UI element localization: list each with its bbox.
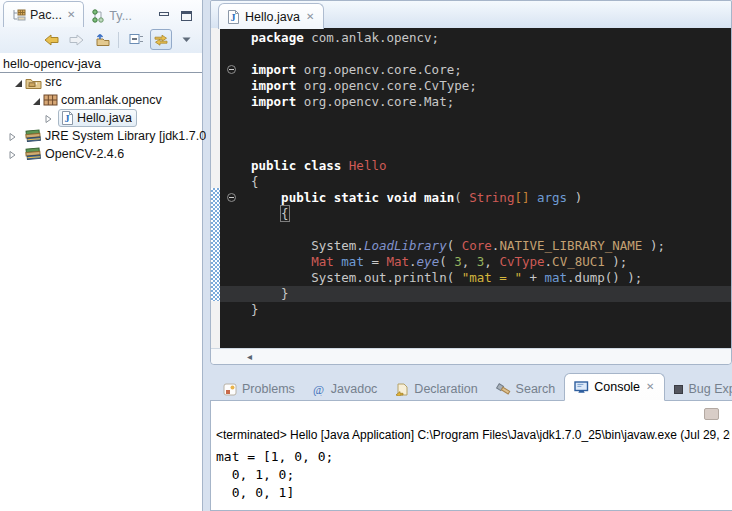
view-menu-button[interactable] bbox=[175, 29, 197, 50]
tree-item-label: com.anlak.opencv bbox=[61, 93, 162, 107]
code-token: org.opencv.core.Mat; bbox=[296, 94, 454, 109]
collapse-all-button[interactable] bbox=[125, 29, 147, 50]
collapse-marker-icon[interactable] bbox=[227, 193, 236, 202]
code-token: org.opencv.core.Core; bbox=[296, 62, 462, 77]
code-token: args bbox=[537, 190, 567, 205]
code-line[interactable]: import org.opencv.core.Mat; bbox=[220, 94, 731, 110]
code-line[interactable]: } bbox=[220, 302, 731, 318]
console-output-line: 0, 1, 0; bbox=[216, 466, 333, 484]
tree-item-body: JRE System Library [jdk1.7.0 bbox=[22, 127, 211, 145]
code-line[interactable]: Mat mat = Mat.eye( 3, 3, CvType.CV_8UC1 … bbox=[220, 254, 731, 270]
tree-item-hello-java[interactable]: JHello.java bbox=[0, 109, 202, 127]
code-line[interactable] bbox=[220, 126, 731, 142]
close-icon[interactable]: ✕ bbox=[66, 10, 76, 20]
expand-twisty-icon[interactable] bbox=[7, 149, 17, 163]
svg-text:J: J bbox=[231, 12, 236, 23]
maximize-button[interactable] bbox=[181, 7, 192, 25]
code-token: ( bbox=[447, 238, 462, 253]
code-token: } bbox=[251, 302, 259, 317]
library-icon bbox=[25, 129, 42, 143]
code-token: System.out.println( bbox=[251, 270, 462, 285]
link-with-editor-button[interactable] bbox=[150, 29, 172, 50]
tree-root-project[interactable]: hello-opencv-java bbox=[0, 57, 202, 73]
code-token: Hello bbox=[349, 158, 387, 173]
expand-twisty-icon[interactable] bbox=[7, 131, 17, 145]
scroll-left-arrow-icon[interactable]: ◂ bbox=[247, 350, 252, 363]
tree-item-opencv-2-4-6[interactable]: OpenCV-2.4.6 bbox=[0, 145, 202, 163]
code-token: Mat bbox=[311, 254, 334, 269]
expand-twisty-icon[interactable] bbox=[43, 113, 53, 127]
tab-bug-explorer[interactable]: Bug Explorer bbox=[665, 377, 732, 401]
code-token bbox=[529, 190, 537, 205]
code-line[interactable] bbox=[220, 142, 731, 158]
package-explorer-toolbar bbox=[40, 29, 197, 50]
code-line[interactable]: public class Hello bbox=[220, 158, 731, 174]
code-line[interactable]: } bbox=[220, 286, 731, 302]
editor-body[interactable]: package com.anlak.opencv;import org.open… bbox=[211, 28, 731, 349]
close-icon[interactable]: ✕ bbox=[645, 382, 655, 392]
console-output-line: mat = [1, 0, 0; bbox=[216, 448, 333, 466]
problems-icon bbox=[223, 383, 237, 396]
tree-item-label: JRE System Library [jdk1.7.0 bbox=[45, 129, 206, 143]
tree-item-jre-system-library-jdk1-7-0[interactable]: JRE System Library [jdk1.7.0 bbox=[0, 127, 202, 145]
console-output[interactable]: mat = [1, 0, 0; 0, 1, 0; 0, 0, 1] bbox=[216, 448, 333, 502]
code-text[interactable]: package com.anlak.opencv;import org.open… bbox=[220, 30, 731, 318]
tab-problems[interactable]: Problems bbox=[214, 377, 304, 401]
tab-search[interactable]: Search bbox=[487, 377, 565, 401]
tab-hello-java[interactable]: JHello.java✕ bbox=[218, 3, 324, 29]
collapse-marker-icon[interactable] bbox=[227, 65, 236, 74]
view-menu-chevron-icon bbox=[182, 37, 191, 43]
code-line[interactable] bbox=[220, 222, 731, 238]
tab-label: Declaration bbox=[414, 382, 477, 396]
code-token: com.anlak.opencv; bbox=[304, 30, 439, 45]
left-view-tabs: Pac...✕Ty... bbox=[3, 2, 139, 27]
tab-ty[interactable]: Ty... bbox=[84, 4, 139, 27]
code-token bbox=[251, 206, 281, 221]
console-view: <terminated> Hello [Java Application] C:… bbox=[210, 400, 732, 511]
console-toolbar-button[interactable] bbox=[704, 408, 719, 420]
tab-declaration[interactable]: Declaration bbox=[386, 377, 486, 401]
up-folder-icon bbox=[92, 33, 110, 47]
code-line[interactable]: System.LoadLibrary( Core.NATIVE_LIBRARY_… bbox=[220, 238, 731, 254]
forward-button[interactable] bbox=[65, 29, 87, 50]
code-line[interactable]: { bbox=[220, 206, 731, 222]
tab-console[interactable]: Console✕ bbox=[564, 373, 665, 401]
up-button[interactable] bbox=[90, 29, 112, 50]
console-output-line: 0, 0, 1] bbox=[216, 484, 333, 502]
code-line[interactable] bbox=[220, 46, 731, 62]
editor-horizontal-scrollbar[interactable]: ◂ bbox=[211, 348, 731, 364]
code-line[interactable] bbox=[220, 110, 731, 126]
code-token: public static void main bbox=[281, 190, 454, 205]
code-token bbox=[341, 158, 349, 173]
code-token: ) bbox=[567, 190, 582, 205]
minimize-icon bbox=[159, 11, 169, 21]
code-line[interactable]: System.out.println( "mat = " + mat.dump(… bbox=[220, 270, 731, 286]
bug-square-icon bbox=[674, 385, 683, 394]
tab-label: Problems bbox=[242, 382, 295, 396]
tree-item-body: com.anlak.opencv bbox=[40, 91, 167, 109]
tab-label: Search bbox=[516, 382, 556, 396]
link-with-editor-icon bbox=[153, 33, 169, 46]
tab-pac[interactable]: Pac...✕ bbox=[3, 1, 84, 27]
tab-javadoc[interactable]: @Javadoc bbox=[304, 377, 387, 401]
minimize-button[interactable] bbox=[159, 7, 169, 25]
range-indicator bbox=[211, 188, 220, 301]
code-token: public class bbox=[251, 158, 341, 173]
tree-item-body: JHello.java bbox=[58, 109, 137, 127]
tree-item-src[interactable]: src bbox=[0, 73, 202, 91]
code-token: CvType bbox=[499, 254, 544, 269]
search-icon bbox=[496, 383, 511, 396]
back-button[interactable] bbox=[40, 29, 62, 50]
code-line[interactable]: import org.opencv.core.CvType; bbox=[220, 78, 731, 94]
code-line[interactable]: public static void main( String[] args ) bbox=[220, 190, 731, 206]
code-token: . bbox=[409, 254, 417, 269]
code-line[interactable]: { bbox=[220, 174, 731, 190]
code-token: CV_8UC1 bbox=[552, 254, 605, 269]
close-icon[interactable]: ✕ bbox=[305, 12, 315, 22]
code-line[interactable]: package com.anlak.opencv; bbox=[220, 30, 731, 46]
code-line[interactable]: import org.opencv.core.Core; bbox=[220, 62, 731, 78]
editor-area: JHello.java✕ package com.anlak.opencv;im… bbox=[210, 0, 732, 365]
bottom-view-stack: Problems@JavadocDeclarationSearchConsole… bbox=[210, 375, 732, 511]
tree-item-com-anlak-opencv[interactable]: com.anlak.opencv bbox=[0, 91, 202, 109]
code-token: import bbox=[251, 78, 296, 93]
